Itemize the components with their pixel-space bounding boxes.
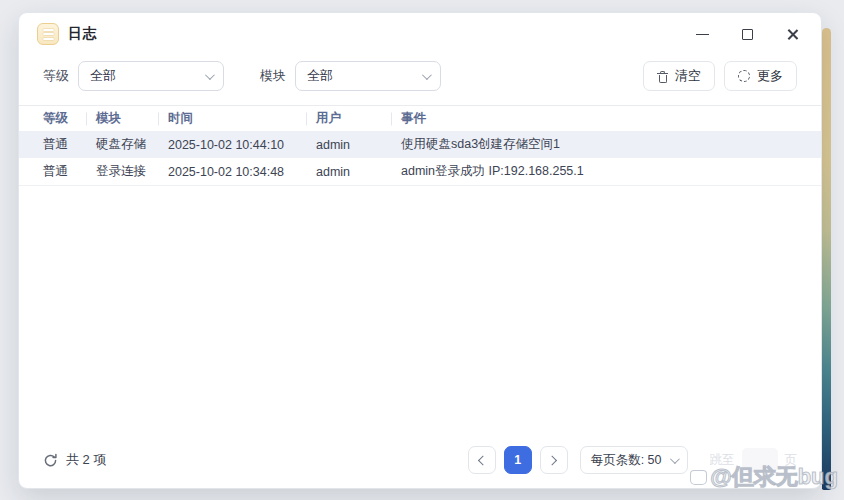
wallpaper-strip	[822, 28, 831, 490]
cell-time: 2025-10-02 10:34:48	[168, 165, 316, 179]
chevron-down-icon	[422, 70, 432, 80]
module-filter-value: 全部	[307, 67, 333, 85]
table-bottom-divider	[19, 185, 821, 186]
toolbar-actions: 清空 更多	[643, 61, 797, 91]
prev-page-button[interactable]	[468, 446, 496, 474]
table-header: 等级 模块 时间 用户 事件	[19, 105, 821, 131]
log-table: 等级 模块 时间 用户 事件 普通 硬盘存储 2025-10-02 10:44:…	[19, 105, 821, 186]
pagination: 1 每页条数: 50 跳至 页	[468, 446, 797, 474]
cell-event: admin登录成功 IP:192.168.255.1	[401, 163, 797, 180]
chevron-down-icon	[205, 70, 215, 80]
column-header-level[interactable]: 等级	[43, 110, 96, 127]
table-row[interactable]: 普通 硬盘存储 2025-10-02 10:44:10 admin 使用硬盘sd…	[19, 131, 821, 158]
cell-user: admin	[316, 165, 401, 179]
module-filter-select[interactable]: 全部	[295, 61, 441, 91]
cell-module: 登录连接	[96, 163, 168, 180]
chevron-right-icon	[547, 455, 557, 465]
close-icon	[786, 28, 799, 41]
chevron-down-icon	[669, 454, 679, 464]
titlebar: 日志	[19, 13, 821, 55]
dashed-circle-icon	[738, 70, 750, 82]
jump-page-input[interactable]	[742, 448, 778, 472]
clear-button-label: 清空	[675, 67, 701, 85]
current-page-button[interactable]: 1	[504, 446, 532, 474]
column-header-time[interactable]: 时间	[168, 110, 316, 127]
chevron-left-icon	[478, 455, 488, 465]
jump-to-page: 跳至 页	[710, 448, 798, 472]
column-header-user[interactable]: 用户	[316, 110, 401, 127]
jump-prefix-label: 跳至	[710, 452, 735, 469]
minimize-button[interactable]	[691, 23, 713, 45]
cell-level: 普通	[43, 136, 96, 153]
log-window: 日志 等级 全部 模块 全部 清空 更多	[18, 12, 822, 489]
refresh-icon[interactable]	[43, 453, 58, 468]
total-count: 共 2 项	[66, 451, 106, 469]
maximize-icon	[742, 29, 753, 40]
maximize-button[interactable]	[736, 23, 758, 45]
page-size-label: 每页条数: 50	[591, 452, 662, 469]
next-page-button[interactable]	[540, 446, 568, 474]
filter-bar: 等级 全部 模块 全部 清空 更多	[19, 55, 821, 101]
column-header-module[interactable]: 模块	[96, 110, 168, 127]
close-button[interactable]	[781, 23, 803, 45]
level-filter-value: 全部	[90, 67, 116, 85]
table-row[interactable]: 普通 登录连接 2025-10-02 10:34:48 admin admin登…	[19, 158, 821, 185]
cell-time: 2025-10-02 10:44:10	[168, 138, 316, 152]
log-app-icon	[37, 23, 59, 45]
minimize-icon	[696, 34, 709, 35]
more-button[interactable]: 更多	[724, 61, 797, 91]
cell-event: 使用硬盘sda3创建存储空间1	[401, 136, 797, 153]
level-filter-select[interactable]: 全部	[78, 61, 224, 91]
cell-level: 普通	[43, 163, 96, 180]
more-button-label: 更多	[757, 67, 783, 85]
cell-user: admin	[316, 138, 401, 152]
footer: 共 2 项 1 每页条数: 50 跳至 页	[19, 444, 821, 476]
window-controls	[691, 23, 803, 45]
clear-button[interactable]: 清空	[643, 61, 715, 91]
trash-icon	[657, 71, 668, 83]
cell-module: 硬盘存储	[96, 136, 168, 153]
jump-suffix-label: 页	[785, 452, 798, 469]
module-filter-label: 模块	[260, 67, 286, 85]
level-filter-label: 等级	[43, 67, 69, 85]
window-title: 日志	[68, 25, 97, 43]
column-header-event[interactable]: 事件	[401, 110, 797, 127]
page-size-select[interactable]: 每页条数: 50	[580, 446, 688, 474]
